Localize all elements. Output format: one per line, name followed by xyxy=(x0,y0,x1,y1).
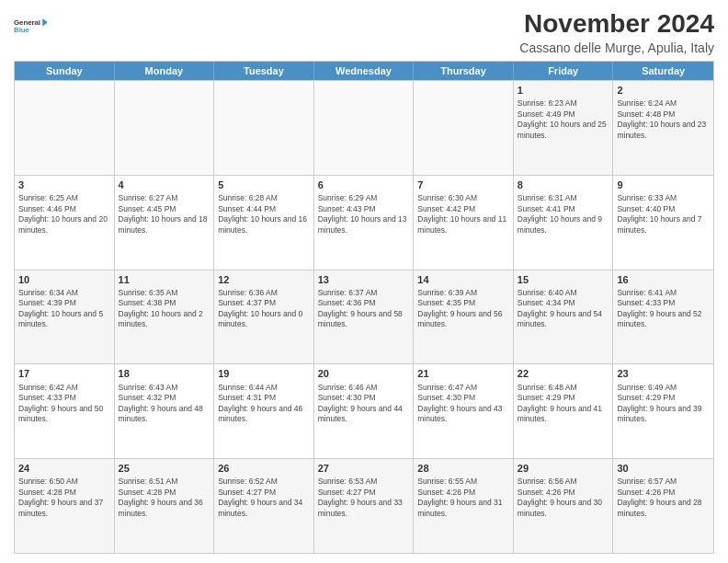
day-info: Sunrise: 6:39 AM Sunset: 4:35 PM Dayligh… xyxy=(417,288,509,330)
calendar-cell: 14Sunrise: 6:39 AM Sunset: 4:35 PM Dayli… xyxy=(414,270,514,364)
day-number: 21 xyxy=(417,367,509,380)
day-number: 7 xyxy=(417,178,509,191)
logo: General Blue xyxy=(14,9,47,42)
day-number: 14 xyxy=(417,273,509,286)
calendar-cell: 27Sunrise: 6:53 AM Sunset: 4:27 PM Dayli… xyxy=(314,459,415,553)
day-number: 6 xyxy=(318,178,410,191)
logo-icon: General Blue xyxy=(14,9,47,42)
day-info: Sunrise: 6:28 AM Sunset: 4:44 PM Dayligh… xyxy=(218,193,310,236)
calendar-cell: 12Sunrise: 6:36 AM Sunset: 4:37 PM Dayli… xyxy=(214,270,314,364)
calendar-cell: 13Sunrise: 6:37 AM Sunset: 4:36 PM Dayli… xyxy=(314,270,415,364)
day-number: 28 xyxy=(417,462,509,475)
subtitle: Cassano delle Murge, Apulia, Italy xyxy=(519,40,714,55)
day-info: Sunrise: 6:42 AM Sunset: 4:33 PM Dayligh… xyxy=(18,383,110,425)
day-number: 13 xyxy=(318,273,410,286)
day-info: Sunrise: 6:43 AM Sunset: 4:32 PM Dayligh… xyxy=(119,383,210,425)
day-info: Sunrise: 6:57 AM Sunset: 4:26 PM Dayligh… xyxy=(617,477,710,519)
calendar-cell: 10Sunrise: 6:34 AM Sunset: 4:39 PM Dayli… xyxy=(15,270,115,364)
calendar-week-4: 17Sunrise: 6:42 AM Sunset: 4:33 PM Dayli… xyxy=(15,363,713,458)
header-day-wednesday: Wednesday xyxy=(314,62,415,80)
svg-text:Blue: Blue xyxy=(14,26,30,34)
day-info: Sunrise: 6:56 AM Sunset: 4:26 PM Dayligh… xyxy=(518,477,609,519)
day-number: 15 xyxy=(518,273,609,286)
main-title: November 2024 xyxy=(519,9,714,39)
day-number: 3 xyxy=(18,178,110,191)
day-number: 25 xyxy=(119,462,210,475)
header-day-saturday: Saturday xyxy=(613,62,713,80)
calendar-cell xyxy=(15,81,115,175)
calendar-cell: 3Sunrise: 6:25 AM Sunset: 4:46 PM Daylig… xyxy=(15,176,115,270)
calendar-cell: 15Sunrise: 6:40 AM Sunset: 4:34 PM Dayli… xyxy=(514,270,614,364)
header-day-friday: Friday xyxy=(514,62,614,80)
day-number: 1 xyxy=(518,84,609,97)
calendar-cell xyxy=(414,81,514,175)
day-number: 12 xyxy=(218,273,310,286)
calendar-cell: 20Sunrise: 6:46 AM Sunset: 4:30 PM Dayli… xyxy=(314,364,415,458)
header-day-monday: Monday xyxy=(115,62,215,80)
calendar-cell: 1Sunrise: 6:23 AM Sunset: 4:49 PM Daylig… xyxy=(514,81,614,175)
day-number: 27 xyxy=(318,462,410,475)
calendar-cell: 6Sunrise: 6:29 AM Sunset: 4:43 PM Daylig… xyxy=(314,176,415,270)
day-info: Sunrise: 6:48 AM Sunset: 4:29 PM Dayligh… xyxy=(518,383,609,425)
calendar-cell: 16Sunrise: 6:41 AM Sunset: 4:33 PM Dayli… xyxy=(613,270,713,364)
svg-text:General: General xyxy=(14,18,40,27)
calendar-cell: 28Sunrise: 6:55 AM Sunset: 4:26 PM Dayli… xyxy=(414,459,514,553)
day-number: 16 xyxy=(617,273,710,286)
day-info: Sunrise: 6:49 AM Sunset: 4:29 PM Dayligh… xyxy=(617,383,710,425)
day-info: Sunrise: 6:52 AM Sunset: 4:27 PM Dayligh… xyxy=(218,477,310,519)
calendar-cell: 29Sunrise: 6:56 AM Sunset: 4:26 PM Dayli… xyxy=(514,459,614,553)
day-info: Sunrise: 6:53 AM Sunset: 4:27 PM Dayligh… xyxy=(318,477,410,519)
day-number: 29 xyxy=(518,462,609,475)
day-number: 24 xyxy=(18,462,110,475)
day-number: 2 xyxy=(617,84,710,97)
day-info: Sunrise: 6:47 AM Sunset: 4:30 PM Dayligh… xyxy=(417,383,509,425)
header-day-thursday: Thursday xyxy=(414,62,514,80)
calendar-cell: 26Sunrise: 6:52 AM Sunset: 4:27 PM Dayli… xyxy=(214,459,314,553)
svg-marker-2 xyxy=(42,18,47,26)
day-info: Sunrise: 6:36 AM Sunset: 4:37 PM Dayligh… xyxy=(218,288,310,330)
calendar-cell: 30Sunrise: 6:57 AM Sunset: 4:26 PM Dayli… xyxy=(613,459,713,553)
calendar-cell: 7Sunrise: 6:30 AM Sunset: 4:42 PM Daylig… xyxy=(414,176,514,270)
calendar-cell xyxy=(214,81,314,175)
day-number: 20 xyxy=(318,367,410,380)
day-number: 10 xyxy=(18,273,110,286)
header-day-tuesday: Tuesday xyxy=(214,62,314,80)
day-info: Sunrise: 6:35 AM Sunset: 4:38 PM Dayligh… xyxy=(119,288,210,330)
calendar-cell: 24Sunrise: 6:50 AM Sunset: 4:28 PM Dayli… xyxy=(15,459,115,553)
day-number: 11 xyxy=(119,273,210,286)
calendar-cell xyxy=(314,81,415,175)
calendar-cell: 23Sunrise: 6:49 AM Sunset: 4:29 PM Dayli… xyxy=(613,364,713,458)
calendar-cell: 4Sunrise: 6:27 AM Sunset: 4:45 PM Daylig… xyxy=(115,176,215,270)
calendar-cell: 5Sunrise: 6:28 AM Sunset: 4:44 PM Daylig… xyxy=(214,176,314,270)
day-number: 19 xyxy=(218,367,310,380)
calendar-cell: 22Sunrise: 6:48 AM Sunset: 4:29 PM Dayli… xyxy=(514,364,614,458)
day-number: 4 xyxy=(119,178,210,191)
day-info: Sunrise: 6:55 AM Sunset: 4:26 PM Dayligh… xyxy=(417,477,509,519)
day-info: Sunrise: 6:40 AM Sunset: 4:34 PM Dayligh… xyxy=(518,288,609,330)
page: General Blue November 2024 Cassano delle… xyxy=(0,0,728,563)
calendar-cell: 17Sunrise: 6:42 AM Sunset: 4:33 PM Dayli… xyxy=(15,364,115,458)
day-info: Sunrise: 6:31 AM Sunset: 4:41 PM Dayligh… xyxy=(518,193,609,236)
calendar-week-3: 10Sunrise: 6:34 AM Sunset: 4:39 PM Dayli… xyxy=(15,270,713,364)
day-info: Sunrise: 6:34 AM Sunset: 4:39 PM Dayligh… xyxy=(18,288,110,330)
calendar-cell: 11Sunrise: 6:35 AM Sunset: 4:38 PM Dayli… xyxy=(115,270,215,364)
calendar-cell xyxy=(115,81,215,175)
calendar-cell: 25Sunrise: 6:51 AM Sunset: 4:28 PM Dayli… xyxy=(115,459,215,553)
day-info: Sunrise: 6:50 AM Sunset: 4:28 PM Dayligh… xyxy=(18,477,110,519)
calendar-week-5: 24Sunrise: 6:50 AM Sunset: 4:28 PM Dayli… xyxy=(15,458,713,553)
calendar-header: SundayMondayTuesdayWednesdayThursdayFrid… xyxy=(15,62,713,80)
calendar-cell: 2Sunrise: 6:24 AM Sunset: 4:48 PM Daylig… xyxy=(613,81,713,175)
day-number: 5 xyxy=(218,178,310,191)
day-info: Sunrise: 6:44 AM Sunset: 4:31 PM Dayligh… xyxy=(218,383,310,425)
calendar: SundayMondayTuesdayWednesdayThursdayFrid… xyxy=(14,61,714,554)
day-info: Sunrise: 6:46 AM Sunset: 4:30 PM Dayligh… xyxy=(318,383,410,425)
day-info: Sunrise: 6:25 AM Sunset: 4:46 PM Dayligh… xyxy=(18,193,110,236)
calendar-week-1: 1Sunrise: 6:23 AM Sunset: 4:49 PM Daylig… xyxy=(15,80,713,175)
day-number: 23 xyxy=(617,367,710,380)
day-info: Sunrise: 6:41 AM Sunset: 4:33 PM Dayligh… xyxy=(617,288,710,330)
calendar-body: 1Sunrise: 6:23 AM Sunset: 4:49 PM Daylig… xyxy=(15,80,713,553)
day-number: 22 xyxy=(518,367,609,380)
calendar-cell: 19Sunrise: 6:44 AM Sunset: 4:31 PM Dayli… xyxy=(214,364,314,458)
header-day-sunday: Sunday xyxy=(15,62,115,80)
calendar-week-2: 3Sunrise: 6:25 AM Sunset: 4:46 PM Daylig… xyxy=(15,175,713,270)
